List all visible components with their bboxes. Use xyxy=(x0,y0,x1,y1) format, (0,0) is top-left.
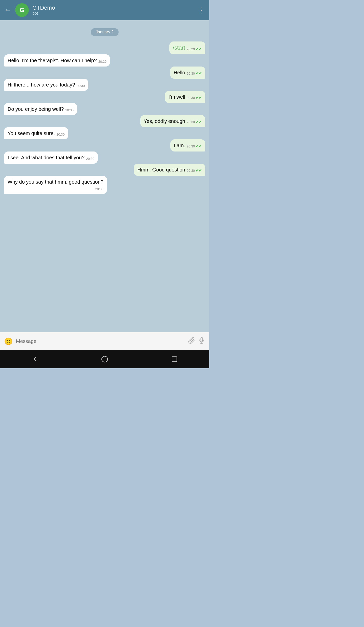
back-button[interactable]: ← xyxy=(4,6,11,14)
nav-bar xyxy=(0,350,209,368)
bubble-text: Why do you say that hmm. good question? xyxy=(8,178,103,185)
bubble-meta: 20:30 xyxy=(95,187,104,191)
bubble-meta: 20:30✔✔ xyxy=(187,71,202,76)
bubble-time: 20:30 xyxy=(77,84,85,88)
message-row: Hello20:30✔✔ xyxy=(4,67,205,79)
bubble-time: 20:30 xyxy=(187,120,195,124)
bubble-msg1: /start20:29✔✔ xyxy=(169,41,205,54)
bubble-msg5: I'm well20:30✔✔ xyxy=(165,91,205,103)
message-row: You seem quite sure.20:30 xyxy=(4,127,205,139)
bubble-time: 20:30 xyxy=(86,157,95,161)
bubble-text: I am. xyxy=(174,142,185,149)
back-nav-button[interactable] xyxy=(27,352,42,367)
message-row: Yes, oddly enough20:30✔✔ xyxy=(4,115,205,127)
read-receipt-icon: ✔✔ xyxy=(196,47,202,52)
microphone-icon[interactable] xyxy=(198,337,205,346)
avatar: G xyxy=(15,3,29,17)
bubble-meta: 20:30 xyxy=(86,157,95,161)
message-row: Hello, I'm the therapist. How can I help… xyxy=(4,54,205,67)
bubble-text: /start xyxy=(173,44,185,52)
input-bar: 🙂 xyxy=(0,332,209,350)
bubble-text: Do you enjoy being well? xyxy=(8,105,64,113)
svg-rect-0 xyxy=(201,337,203,341)
svg-point-3 xyxy=(102,356,107,362)
bubble-meta: 20:30✔✔ xyxy=(187,144,202,149)
bubble-meta: 20:29✔✔ xyxy=(187,47,202,52)
contact-subtitle: bot xyxy=(32,11,198,16)
bubble-meta: 20:29 xyxy=(98,59,107,64)
chat-area: January 2 /start20:29✔✔Hello, I'm the th… xyxy=(0,20,209,332)
bubble-time: 20:30 xyxy=(95,187,104,191)
bubble-msg10: I see. And what does that tell you?20:30 xyxy=(4,152,98,164)
date-badge: January 2 xyxy=(4,28,205,36)
bubble-meta: 20:30 xyxy=(56,132,65,137)
message-row: /start20:29✔✔ xyxy=(4,41,205,54)
bubble-msg12: Why do you say that hmm. good question?2… xyxy=(4,176,107,194)
bubble-msg8: You seem quite sure.20:30 xyxy=(4,127,68,139)
bubble-msg6: Do you enjoy being well?20:30 xyxy=(4,103,77,115)
date-badge-text: January 2 xyxy=(91,28,119,36)
bubble-text: I see. And what does that tell you? xyxy=(8,154,85,161)
bubble-meta: 20:30 xyxy=(65,108,74,113)
bubble-text: Hello xyxy=(174,69,185,76)
home-nav-button[interactable] xyxy=(97,352,112,367)
header: ← G GTDemo bot ⋮ xyxy=(0,0,209,20)
messages-container: /start20:29✔✔Hello, I'm the therapist. H… xyxy=(4,41,205,194)
bubble-time: 20:29 xyxy=(187,47,195,52)
bubble-msg3: Hello20:30✔✔ xyxy=(170,67,205,79)
bubble-text: Hello, I'm the therapist. How can I help… xyxy=(8,57,97,64)
bubble-msg9: I am.20:30✔✔ xyxy=(170,139,205,152)
bubble-msg11: Hmm. Good question20:30✔✔ xyxy=(134,164,205,176)
bubble-meta: 20:30 xyxy=(77,84,85,88)
bubble-text: You seem quite sure. xyxy=(8,130,55,137)
bubble-time: 20:30 xyxy=(187,96,195,100)
emoji-icon[interactable]: 🙂 xyxy=(4,337,13,345)
bubble-text: Yes, oddly enough xyxy=(144,118,185,125)
message-row: Hi there... how are you today?20:30 xyxy=(4,79,205,91)
message-row: I see. And what does that tell you?20:30 xyxy=(4,152,205,164)
bubble-text: Hmm. Good question xyxy=(137,166,185,173)
read-receipt-icon: ✔✔ xyxy=(196,71,202,76)
bubble-time: 20:30 xyxy=(187,168,195,173)
bubble-time: 20:30 xyxy=(65,108,74,113)
header-info: GTDemo bot xyxy=(32,5,198,16)
message-row: I'm well20:30✔✔ xyxy=(4,91,205,103)
bubble-meta: 20:30✔✔ xyxy=(187,120,202,125)
recents-nav-button[interactable] xyxy=(167,352,182,367)
bubble-text: Hi there... how are you today? xyxy=(8,81,75,88)
more-options-button[interactable]: ⋮ xyxy=(198,6,205,14)
read-receipt-icon: ✔✔ xyxy=(196,120,202,125)
bubble-msg4: Hi there... how are you today?20:30 xyxy=(4,79,88,91)
svg-rect-4 xyxy=(172,357,177,362)
bubble-text: I'm well xyxy=(168,93,185,100)
read-receipt-icon: ✔✔ xyxy=(196,168,202,173)
bubble-msg7: Yes, oddly enough20:30✔✔ xyxy=(140,115,205,127)
read-receipt-icon: ✔✔ xyxy=(196,95,202,100)
bubble-meta: 20:30✔✔ xyxy=(187,168,202,173)
bubble-time: 20:29 xyxy=(98,59,107,64)
message-row: Hmm. Good question20:30✔✔ xyxy=(4,164,205,176)
read-receipt-icon: ✔✔ xyxy=(196,144,202,149)
bubble-msg2: Hello, I'm the therapist. How can I help… xyxy=(4,54,110,67)
message-row: Why do you say that hmm. good question?2… xyxy=(4,176,205,194)
bubble-meta: 20:30✔✔ xyxy=(187,95,202,100)
contact-name: GTDemo xyxy=(32,5,198,11)
bubble-time: 20:30 xyxy=(187,144,195,149)
message-row: I am.20:30✔✔ xyxy=(4,139,205,152)
attach-icon[interactable] xyxy=(188,337,195,346)
bubble-time: 20:30 xyxy=(56,132,65,137)
bubble-time: 20:30 xyxy=(187,71,195,76)
message-row: Do you enjoy being well?20:30 xyxy=(4,103,205,115)
message-input[interactable] xyxy=(16,338,185,344)
